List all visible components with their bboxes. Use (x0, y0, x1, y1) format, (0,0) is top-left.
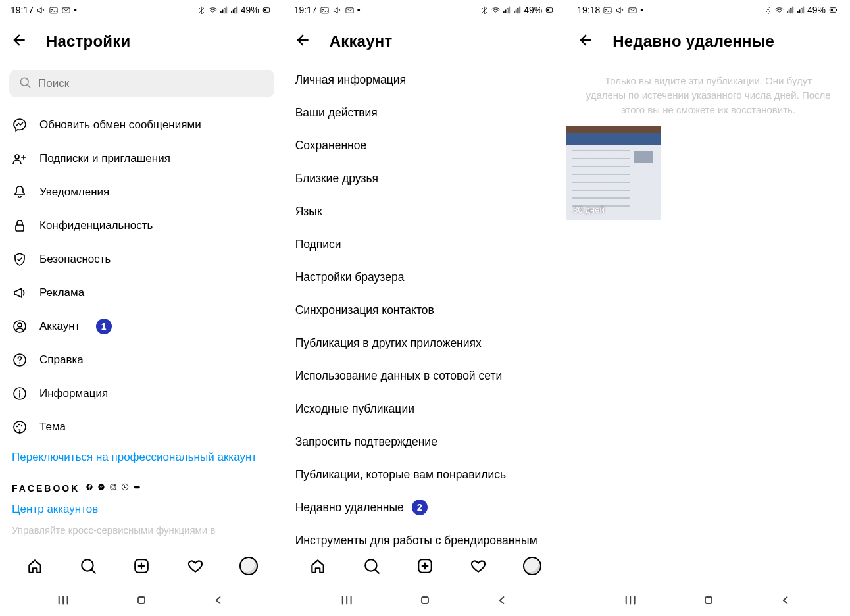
settings-item-bell[interactable]: Уведомления (12, 175, 272, 209)
sys-recents[interactable] (45, 590, 84, 611)
sys-back[interactable] (766, 590, 805, 611)
nav-add[interactable] (411, 552, 439, 580)
account-item[interactable]: Недавно удаленные2 (295, 491, 555, 524)
bottom-nav (284, 548, 567, 584)
sys-recents[interactable] (612, 590, 651, 611)
sys-recents[interactable] (328, 590, 368, 611)
image-icon (49, 5, 59, 15)
messenger-icon (12, 117, 28, 133)
account-item-label: Запросить подтверждение (295, 435, 438, 449)
account-item-label: Настройки браузера (295, 270, 405, 284)
settings-item-follow[interactable]: Подписки и приглашения (12, 141, 272, 175)
bluetooth-icon (764, 6, 772, 14)
settings-item-palette[interactable]: Тема (12, 410, 272, 444)
account-item-label: Публикации, которые вам понравились (295, 468, 506, 482)
account-item[interactable]: Запросить подтверждение (295, 425, 555, 458)
back-button[interactable] (294, 32, 311, 51)
account-item[interactable]: Близкие друзья (295, 162, 555, 195)
account-item-label: Использование данных в сотовой сети (295, 369, 503, 383)
nav-home[interactable] (303, 552, 332, 580)
account-item[interactable]: Исходные публикации (295, 392, 555, 425)
settings-item-shield[interactable]: Безопасность (12, 242, 272, 276)
menu-item-label: Обновить обмен сообщениями (39, 118, 201, 132)
settings-item-account[interactable]: Аккаунт 1 (12, 309, 272, 343)
sys-home[interactable] (122, 590, 161, 611)
nav-home[interactable] (20, 552, 49, 580)
help-icon (12, 352, 28, 368)
status-more: • (640, 5, 643, 15)
menu-item-label: Тема (39, 421, 66, 434)
back-button[interactable] (11, 32, 28, 51)
lock-icon (12, 218, 28, 234)
settings-item-messenger[interactable]: Обновить обмен сообщениями (12, 108, 272, 141)
wifi-icon (491, 5, 501, 15)
instagram-icon (109, 482, 118, 494)
settings-item-info[interactable]: Информация (12, 376, 272, 410)
deleted-item[interactable]: 30 дней (566, 126, 661, 220)
bottom-nav (0, 548, 284, 584)
account-item-label: Публикация в других приложениях (295, 336, 482, 350)
account-item-label: Исходные публикации (295, 402, 414, 416)
settings-item-megaphone[interactable]: Реклама (12, 276, 272, 309)
nav-search[interactable] (357, 552, 386, 580)
signal-icon (513, 6, 522, 14)
battery-percent: 49% (524, 5, 542, 15)
mute-icon (615, 5, 625, 15)
account-item[interactable]: Личная информация (295, 63, 555, 96)
sys-home[interactable] (405, 590, 445, 611)
account-item[interactable]: Подписи (295, 228, 555, 261)
menu-item-label: Информация (39, 387, 108, 400)
nav-add[interactable] (127, 552, 156, 580)
avatar-icon (239, 557, 258, 575)
page-title: Аккаунт (330, 32, 393, 51)
sys-back[interactable] (482, 590, 522, 611)
account-item-label: Личная информация (295, 73, 406, 87)
image-icon (603, 5, 612, 15)
back-button[interactable] (577, 32, 594, 51)
accounts-center-link[interactable]: Центр аккаунтов (0, 500, 284, 523)
sys-back[interactable] (199, 590, 238, 611)
switch-professional-link[interactable]: Переключиться на профессиональный аккаун… (0, 444, 284, 471)
search-input[interactable] (38, 77, 265, 90)
account-item[interactable]: Сохраненное (295, 129, 555, 162)
screen-recently-deleted: 19:18 • 49% Недавно удаленные Только вы … (566, 0, 850, 616)
settings-item-help[interactable]: Справка (12, 343, 272, 376)
oculus-icon (132, 482, 141, 494)
account-item[interactable]: Язык (295, 195, 555, 228)
nav-activity[interactable] (181, 552, 210, 580)
sys-home[interactable] (689, 590, 728, 611)
gmail-icon (628, 5, 638, 15)
system-nav (0, 584, 284, 616)
palette-icon (12, 419, 28, 435)
shield-icon (12, 251, 28, 267)
account-item[interactable]: Публикации, которые вам понравились (295, 458, 555, 491)
account-item[interactable]: Публикация в других приложениях (295, 326, 555, 359)
nav-profile[interactable] (518, 552, 547, 580)
account-item-label: Синхронизация контактов (295, 303, 434, 317)
nav-activity[interactable] (464, 552, 493, 580)
step-badge: 2 (412, 500, 428, 515)
search-box[interactable] (9, 70, 274, 97)
battery-percent: 49% (241, 5, 259, 15)
account-item[interactable]: Инструменты для работы с брендированным (295, 524, 555, 548)
bluetooth-icon (480, 6, 489, 14)
account-item-label: Сохраненное (295, 139, 367, 153)
settings-item-lock[interactable]: Конфиденциальность (12, 209, 272, 242)
battery-icon (544, 5, 555, 15)
account-item[interactable]: Использование данных в сотовой сети (295, 359, 555, 392)
account-item[interactable]: Настройки браузера (295, 261, 555, 294)
account-list: Личная информацияВаши действияСохраненно… (284, 63, 567, 548)
header: Настройки (0, 20, 284, 63)
search-icon (18, 76, 32, 91)
account-item[interactable]: Ваши действия (295, 96, 555, 129)
status-more: • (74, 5, 77, 15)
nav-search[interactable] (74, 552, 103, 580)
image-icon (320, 5, 330, 15)
facebook-section: FACEBOOK (0, 471, 284, 500)
muted-tail-text: Управляйте кросс-сервисными функциями в (0, 523, 284, 537)
wifi-icon (774, 5, 784, 15)
nav-profile[interactable] (234, 552, 263, 580)
mute-icon (332, 5, 342, 15)
battery-icon (261, 5, 272, 15)
account-item[interactable]: Синхронизация контактов (295, 294, 555, 326)
